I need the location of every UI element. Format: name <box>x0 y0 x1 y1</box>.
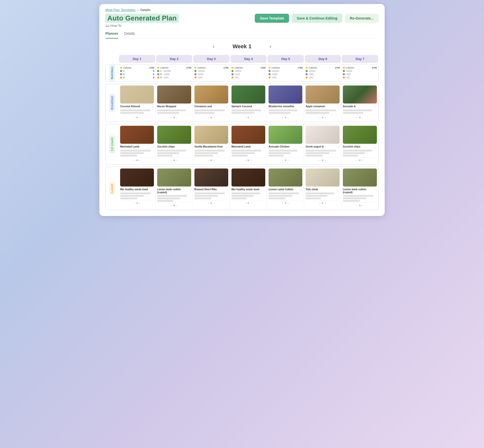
lunch-day1-name: Mix healthy seeds bowl <box>120 188 151 191</box>
lunch-day6-more[interactable]: ··· <box>337 188 340 192</box>
snack-day2-more[interactable]: ··· <box>189 145 191 149</box>
lunch-day6: Tofu steak ··· ‹ › <box>304 167 341 210</box>
dot-orange <box>120 76 122 78</box>
lunch-day5-more[interactable]: ··· <box>300 188 302 192</box>
card-prev-btn[interactable]: ‹ <box>134 116 135 119</box>
tab-details[interactable]: Details <box>124 30 135 38</box>
lunch-day4: Mix healthy seeds bowl ··· ‹ › <box>230 167 267 210</box>
breakfast-day5: Blueberries smoothie ··· ‹ › <box>267 84 304 122</box>
regenerate-button[interactable]: Re-Generate... <box>345 14 379 23</box>
continue-editing-button[interactable]: Save & Continue Editing <box>292 14 342 23</box>
breakfast-day3-name: Cinnamon and <box>194 105 225 108</box>
nutrition-day7: Calories1700 <box>342 65 378 81</box>
lunch-day5-nav: ‹ › <box>269 200 302 206</box>
snack-day2-img <box>157 126 191 144</box>
lunch-day5-img <box>269 168 302 186</box>
breakfast-day5-more[interactable]: ··· <box>300 105 302 108</box>
snack-day6-name: Greek yogurt & <box>306 145 336 148</box>
lunch-day1-nav: ‹ › <box>120 200 154 206</box>
breakfast-day4-more[interactable]: ··· <box>263 105 265 108</box>
breakfast-day3: Cinnamon and ··· ‹ › <box>193 84 230 122</box>
nutrition-day5: Calories1700 <box>268 65 304 81</box>
snack-day5-img <box>269 126 302 144</box>
snack-day1-name: Marinated Lamb <box>120 145 151 148</box>
prev-week-button[interactable]: ‹ <box>209 42 217 50</box>
breakfast-label: Breakfast <box>109 94 115 112</box>
nutrition-label-cell: Nutrition <box>106 64 119 82</box>
card-next-btn[interactable]: › <box>139 116 140 119</box>
week-nav: ‹ Week 1 › <box>105 42 379 50</box>
app-container: Meal Plan Templates > Details Auto Gener… <box>99 4 385 216</box>
lunch-day7-nav: ‹ › <box>343 202 377 208</box>
lunch-day4-img <box>231 168 265 186</box>
breakfast-day2-more[interactable]: ··· <box>189 105 191 108</box>
breakfast-day4-img <box>231 86 265 104</box>
nutrition-label: Nutrition <box>109 65 115 81</box>
snack-day3-img <box>194 126 228 144</box>
breakfast-day6-more[interactable]: ··· <box>337 105 340 108</box>
save-button[interactable]: Save Template <box>255 14 289 23</box>
snack-day5-more[interactable]: ··· <box>300 145 302 149</box>
tab-planner[interactable]: Planner <box>105 30 118 38</box>
how-to-link[interactable]: 📖 How-To <box>105 24 179 28</box>
day-2-header: Day 2 <box>156 55 192 63</box>
snack-day2-nav: ‹ › <box>157 157 191 163</box>
snack-day1-more[interactable]: ··· <box>151 145 154 149</box>
tabs: Planner Details <box>105 30 379 38</box>
card-prev-btn[interactable]: ‹ <box>171 116 172 119</box>
lunch-day1-more[interactable]: ··· <box>151 188 154 192</box>
snack-label: 1st snack <box>109 136 115 153</box>
snack-day7-img <box>343 126 377 144</box>
breakfast-day5-nav: ‹ › <box>269 114 302 120</box>
title-area: Auto Generated Plan 📖 How-To <box>105 14 179 28</box>
snack-day7-name: Zucchini chips <box>343 145 374 148</box>
breakfast-day6-nav: ‹ › <box>306 114 339 120</box>
snack-day6-more[interactable]: ··· <box>337 145 340 149</box>
snack-day4-more[interactable]: ··· <box>263 145 265 149</box>
breakfast-section: Breakfast Coconut Almond ··· ‹ › <box>105 84 379 122</box>
snack-day1-img <box>120 126 154 144</box>
day-4-header: Day 4 <box>230 55 267 63</box>
breakfast-day6-img <box>306 86 339 104</box>
snack-day2-name: Zucchini chips <box>157 145 188 148</box>
snack-day3-more[interactable]: ··· <box>226 145 228 149</box>
main-content: ‹ Week 1 › Day 1 Day 2 Day 3 Day 4 Day 5… <box>99 38 385 216</box>
breakfast-day1: Coconut Almond ··· ‹ › <box>119 84 156 122</box>
snack-section: 1st snack Marinated Lamb ··· ‹ › <box>105 124 379 165</box>
day-1-header: Day 1 <box>119 55 155 63</box>
breakfast-label-cell: Breakfast <box>106 84 119 122</box>
breakfast-day3-more[interactable]: ··· <box>226 105 228 108</box>
snack-day3-name: Vanilla Macadamia Keto <box>194 145 225 148</box>
lunch-day2-more[interactable]: ··· <box>189 188 191 192</box>
lunch-day7: Lemon lamb cutlets (copied) ··· ‹ › <box>341 167 378 210</box>
nutrition-day2: Calories1700 C Fi Fi <box>156 65 192 81</box>
lunch-day4-more[interactable]: ··· <box>263 188 265 192</box>
snack-day1: Marinated Lamb ··· ‹ › <box>119 124 156 164</box>
breakfast-day1-name: Coconut Almond <box>120 105 151 108</box>
snack-day7-more[interactable]: ··· <box>374 145 377 149</box>
snack-day5-nav: ‹ › <box>269 157 302 163</box>
lunch-day7-name: Lemon lamb cutlets (copied) <box>343 188 374 194</box>
lunch-day7-more[interactable]: ··· <box>374 188 377 192</box>
breakfast-day2-nav: ‹ › <box>157 114 191 120</box>
breakfast-day5-name: Blueberries smoothie <box>269 105 299 108</box>
card-next-btn[interactable]: › <box>176 116 177 119</box>
breakfast-day7-more[interactable]: ··· <box>374 105 377 108</box>
snack-day4-img <box>231 126 265 144</box>
breakfast-day7: Avocado & ··· ‹ › <box>341 84 378 122</box>
blur-1 <box>120 110 151 111</box>
next-week-button[interactable]: › <box>267 42 275 50</box>
nutrition-section: Nutrition Calories1700 C6 Fi6 Fi5 Calori… <box>105 64 379 82</box>
breadcrumb-parent[interactable]: Meal Plan Templates <box>105 8 135 12</box>
lunch-day1: Mix healthy seeds bowl ··· ‹ › <box>119 167 156 210</box>
lunch-day6-img <box>306 168 339 186</box>
breakfast-day1-more[interactable]: ··· <box>151 105 154 108</box>
snack-label-cell: 1st snack <box>106 124 119 164</box>
header-top: Auto Generated Plan 📖 How-To Save Templa… <box>105 14 379 28</box>
breakfast-day4: Spinach Coconut ··· ‹ › <box>230 84 267 122</box>
lunch-day3-more[interactable]: ··· <box>226 188 228 192</box>
breakfast-day7-name: Avocado & <box>343 105 374 108</box>
snack-day3-nav: ‹ › <box>194 157 228 163</box>
lunch-day2-nav: ‹ › <box>157 202 191 208</box>
breakfast-day1-nav: ‹ › <box>120 114 154 120</box>
